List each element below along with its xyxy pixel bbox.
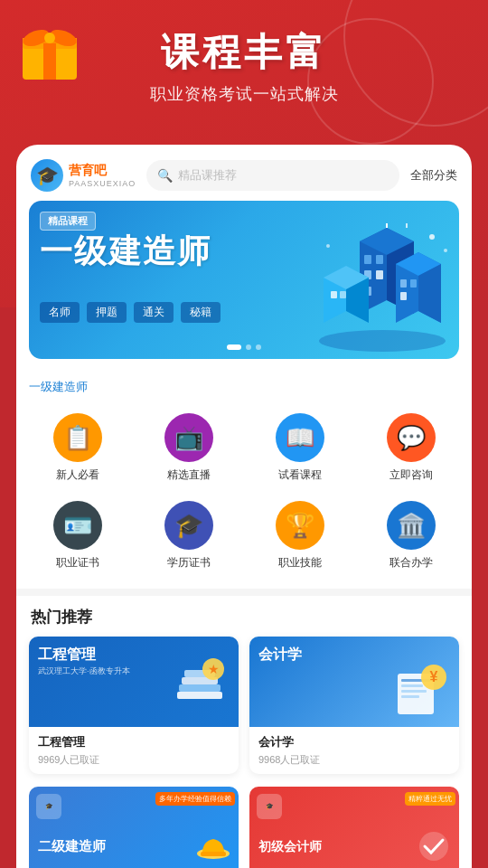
bottom-card-badge-chujikuaiji: 精粹通过无忧 — [405, 792, 455, 806]
icon-item-zhibo[interactable]: 📺 精选直播 — [135, 406, 242, 490]
icon-label-jineng: 职业技能 — [278, 555, 322, 571]
hot-card-info-engineering: 工程管理 9969人已取证 — [29, 727, 239, 774]
bottom-card-title-chujikuaiji: 初级会计师 — [258, 839, 322, 855]
svg-point-28 — [444, 249, 447, 252]
svg-rect-19 — [410, 279, 417, 288]
all-categories-button[interactable]: 全部分类 — [410, 167, 457, 184]
svg-rect-42 — [401, 690, 427, 693]
bottom-card-erjian[interactable]: 🎓 多年办学经验值得信赖 二级建造师 — [29, 787, 239, 868]
search-bar[interactable]: 🔍 精品课推荐 — [146, 160, 399, 191]
banner-title: 一级建造师 — [40, 230, 211, 274]
bottom-card-badge-erjian: 多年办学经验值得信赖 — [155, 792, 235, 806]
svg-rect-24 — [331, 291, 337, 298]
svg-rect-33 — [177, 692, 222, 699]
icon-label-zixun: 立即咨询 — [389, 467, 433, 483]
icon-xueli: 🎓 — [164, 501, 213, 550]
svg-point-26 — [319, 330, 446, 352]
hot-card-count-accounting: 9968人已取证 — [258, 753, 450, 767]
top-bar: 🎓 营育吧 PAASXUEXIAO 🔍 精品课推荐 全部分类 — [16, 145, 472, 201]
icon-grid: 📋 新人必看 📺 精选直播 📖 试看课程 💬 立即咨询 — [16, 402, 472, 589]
icon-shikan: 📖 — [276, 413, 324, 462]
banner-tag: 精品课程 — [40, 212, 96, 231]
banner-tag-mingshi: 名师 — [40, 302, 80, 323]
icon-jineng: 🏆 — [276, 501, 324, 550]
bottom-card-title-erjian: 二级建造师 — [38, 838, 106, 855]
search-icon: 🔍 — [157, 168, 173, 183]
logo-area: 🎓 营育吧 PAASXUEXIAO — [31, 159, 136, 192]
svg-rect-13 — [376, 270, 383, 279]
hot-card-img-engineering: 工程管理 武汉理工大学·函教专升本 ★ — [29, 637, 239, 727]
svg-rect-25 — [340, 291, 346, 298]
svg-rect-41 — [401, 684, 423, 687]
icon-item-lianhe[interactable]: 🏛️ 联合办学 — [357, 494, 465, 578]
section-divider — [16, 589, 472, 596]
logo-icon: 🎓 — [31, 159, 63, 192]
hot-card-title-accounting: 会计学 — [258, 734, 450, 750]
banner-tags: 名师 押题 通关 秘籍 — [40, 302, 221, 323]
hot-section-title: 热门推荐 — [16, 603, 472, 637]
icon-item-xinren[interactable]: 📋 新人必看 — [23, 406, 131, 490]
icon-item-zhiye[interactable]: 🪪 职业证书 — [23, 494, 131, 578]
svg-rect-43 — [401, 695, 419, 698]
svg-text:¥: ¥ — [430, 669, 438, 684]
logo-text-block: 营育吧 PAASXUEXIAO — [69, 163, 136, 188]
icon-item-jineng[interactable]: 🏆 职业技能 — [246, 494, 353, 578]
hot-card-info-accounting: 会计学 9968人已取证 — [249, 727, 459, 774]
hot-card-img-accounting: 会计学 ¥ — [249, 637, 459, 727]
icon-zhiye: 🪪 — [53, 501, 102, 550]
hero-subtitle: 职业资格考试一站式解决 — [0, 83, 488, 105]
dot-2 — [246, 344, 251, 350]
bottom-cards: 🎓 多年办学经验值得信赖 二级建造师 🎓 精粹通过无忧 — [16, 787, 472, 868]
svg-rect-20 — [400, 292, 407, 300]
bottom-card-logo-chujikuaiji: 🎓 — [257, 794, 282, 819]
search-placeholder: 精品课推荐 — [178, 167, 237, 184]
svg-rect-10 — [364, 255, 371, 264]
logo-name: 营育吧 — [69, 163, 136, 179]
icon-zixun: 💬 — [387, 413, 436, 462]
icon-item-xueli[interactable]: 🎓 学历证书 — [135, 494, 242, 578]
hot-grid: 工程管理 武汉理工大学·函教专升本 ★ — [16, 637, 472, 787]
icon-label-shikan: 试看课程 — [278, 467, 322, 483]
banner-tag-miji: 秘籍 — [181, 302, 221, 323]
hot-card-accounting[interactable]: 会计学 ¥ — [249, 637, 459, 774]
banner[interactable]: 精品课程 一级建造师 名师 押题 通关 秘籍 — [29, 201, 459, 359]
banner-building-svg — [305, 223, 459, 359]
svg-rect-18 — [400, 279, 407, 288]
svg-rect-34 — [179, 684, 221, 692]
hot-card-engineering[interactable]: 工程管理 武汉理工大学·函教专升本 ★ — [29, 637, 239, 774]
banner-tag-tongguan: 通关 — [134, 302, 174, 323]
svg-point-29 — [326, 244, 330, 248]
hot-card-count-engineering: 9969人已取证 — [38, 753, 230, 767]
hero-main-title: 课程丰富 — [0, 27, 488, 78]
logo-sub: PAASXUEXIAO — [69, 179, 136, 188]
icon-label-lianhe: 联合办学 — [389, 555, 433, 571]
icon-label-zhiye: 职业证书 — [56, 555, 99, 571]
banner-dots — [227, 344, 261, 350]
svg-rect-47 — [201, 852, 226, 856]
icon-label-zhibo: 精选直播 — [167, 467, 211, 483]
banner-tag-yati: 押题 — [87, 302, 127, 323]
main-card: 🎓 营育吧 PAASXUEXIAO 🔍 精品课推荐 全部分类 精品课程 一级建造… — [16, 145, 472, 868]
svg-point-27 — [429, 234, 435, 240]
hot-card-title-engineering: 工程管理 — [38, 734, 230, 750]
svg-text:★: ★ — [208, 662, 220, 676]
hero-title-block: 课程丰富 职业资格考试一站式解决 — [0, 27, 488, 105]
dot-3 — [256, 344, 261, 350]
icon-label-xinren: 新人必看 — [56, 467, 99, 483]
icon-lianhe: 🏛️ — [387, 501, 436, 550]
bottom-card-logo-erjian: 🎓 — [36, 794, 61, 819]
icon-label-xueli: 学历证书 — [167, 555, 211, 571]
dot-1 — [227, 344, 241, 350]
icon-xinren: 📋 — [53, 413, 102, 462]
icon-item-shikan[interactable]: 📖 试看课程 — [246, 406, 353, 490]
svg-rect-11 — [376, 255, 383, 264]
banner-subtitle: 一级建造师 — [16, 372, 472, 402]
bottom-card-chujikuaiji[interactable]: 🎓 精粹通过无忧 初级会计师 — [249, 787, 459, 868]
icon-zhibo: 📺 — [164, 413, 213, 462]
icon-item-zixun[interactable]: 💬 立即咨询 — [357, 406, 465, 490]
